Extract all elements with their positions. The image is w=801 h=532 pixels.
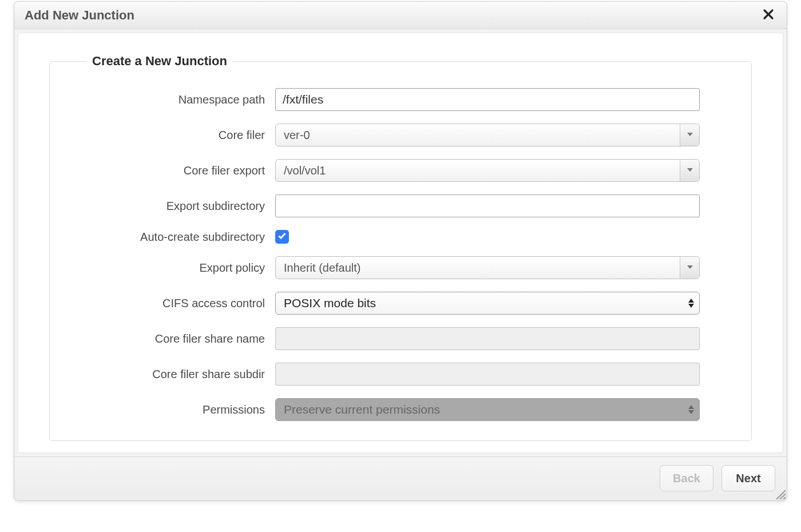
core-filer-share-subdir-input [275,363,700,386]
svg-marker-3 [688,299,694,303]
close-icon [763,9,774,22]
svg-marker-2 [687,265,693,269]
check-icon [277,231,287,243]
svg-line-8 [780,494,786,499]
chevron-down-icon [687,263,693,273]
row-core-filer-export: Core filer export /vol/vol1 [73,159,700,182]
create-junction-group: Create a New Junction Namespace path Cor… [49,54,752,441]
cifs-access-control-select[interactable]: POSIX mode bits [275,292,700,315]
svg-line-9 [783,497,786,499]
core-filer-export-select[interactable]: /vol/vol1 [275,159,700,182]
svg-marker-1 [687,168,693,172]
row-permissions: Permissions Preserve current permissions [73,398,700,421]
chevron-down-icon [687,165,693,176]
namespace-path-input[interactable] [275,88,700,111]
row-core-filer-share-subdir: Core filer share subdir [73,363,700,386]
row-export-policy: Export policy Inherit (default) [73,256,700,279]
svg-marker-6 [688,410,694,414]
label-permissions: Permissions [73,403,275,416]
label-core-filer-export: Core filer export [73,164,275,177]
chevron-down-icon [687,130,693,140]
core-filer-share-name-input [275,327,700,350]
resize-grip-icon [774,488,786,499]
svg-marker-4 [688,304,694,308]
label-core-filer-share-subdir: Core filer share subdir [73,368,275,381]
core-filer-export-select-value: /vol/vol1 [276,164,680,177]
label-core-filer-share-name: Core filer share name [73,332,275,346]
permissions-select-value: Preserve current permissions [276,403,683,416]
updown-icon [683,405,699,414]
label-core-filer: Core filer [73,129,275,142]
dropdown-button [680,124,699,146]
permissions-select: Preserve current permissions [275,398,700,421]
label-export-subdirectory: Export subdirectory [73,200,275,213]
dropdown-button [680,160,699,181]
svg-marker-0 [687,133,693,136]
export-subdirectory-input[interactable] [275,194,700,217]
group-legend: Create a New Junction [86,54,233,69]
row-cifs-access-control: CIFS access control POSIX mode bits [73,292,700,315]
dialog-title: Add New Junction [25,8,134,23]
export-policy-select[interactable]: Inherit (default) [275,256,700,279]
row-core-filer-share-name: Core filer share name [73,327,700,350]
core-filer-select-value: ver-0 [276,129,680,142]
svg-line-7 [776,490,786,499]
row-core-filer: Core filer ver-0 [73,124,700,146]
label-auto-create-subdir: Auto-create subdirectory [73,231,275,244]
close-button[interactable] [760,7,776,23]
export-policy-select-value: Inherit (default) [276,261,680,275]
dialog-titlebar: Add New Junction [14,2,787,29]
dialog-body: Create a New Junction Namespace path Cor… [18,33,783,453]
next-button[interactable]: Next [721,465,775,491]
back-button: Back [660,465,713,491]
auto-create-subdir-checkbox[interactable] [275,230,289,244]
cifs-access-control-select-value: POSIX mode bits [276,296,683,310]
dialog: Add New Junction Create a New Junction N… [14,1,787,501]
updown-icon [683,299,699,308]
label-cifs-access-control: CIFS access control [73,297,275,310]
core-filer-select[interactable]: ver-0 [275,124,700,146]
label-namespace-path: Namespace path [73,93,275,106]
svg-marker-5 [688,405,694,409]
dialog-footer: Back Next [14,456,787,501]
row-namespace-path: Namespace path [73,88,700,111]
row-export-subdirectory: Export subdirectory [73,194,700,217]
dropdown-button [680,257,699,279]
label-export-policy: Export policy [73,261,275,275]
row-auto-create-subdir: Auto-create subdirectory [73,230,700,244]
